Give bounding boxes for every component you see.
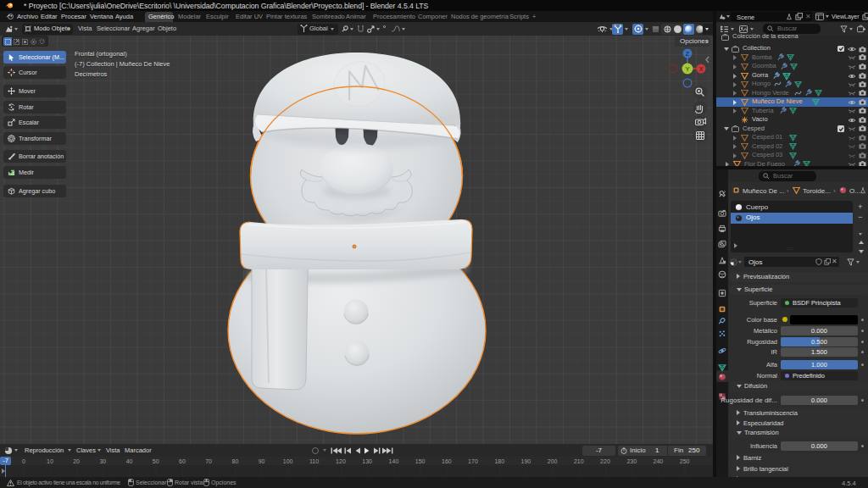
svg-text:Z: Z xyxy=(686,51,690,57)
svg-text:X: X xyxy=(699,66,704,72)
svg-text:Y: Y xyxy=(685,65,689,73)
